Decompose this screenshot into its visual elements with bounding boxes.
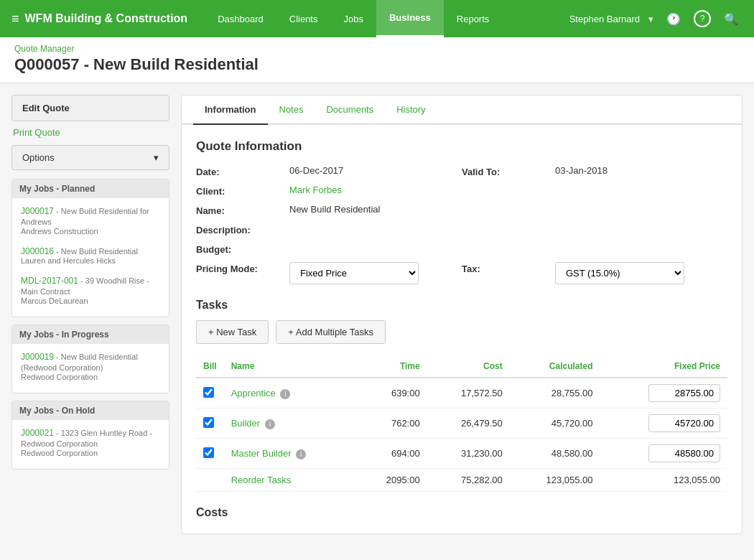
name-cell-2: Builder i — [224, 409, 356, 439]
tax-select[interactable]: GST (15.0%) No Tax — [555, 262, 684, 284]
nav-business[interactable]: Business — [376, 0, 444, 37]
search-icon[interactable]: 🔍 — [720, 8, 743, 30]
reorder-row: Reorder Tasks 2095:00 75,282.00 123,055.… — [196, 469, 727, 492]
history-icon[interactable]: 🕐 — [662, 8, 685, 30]
description-row: Description: — [196, 223, 727, 235]
nav-dashboard[interactable]: Dashboard — [205, 0, 276, 37]
total-cost: 75,282.00 — [427, 469, 510, 492]
bill-cell-1 — [196, 378, 224, 409]
table-row: Master Builder i 694:00 31,230.00 48,580… — [196, 439, 727, 469]
info-icon-master-builder[interactable]: i — [296, 449, 306, 459]
job-client: Marcus DeLaurean — [21, 297, 160, 305]
client-value: Mark Forbes — [289, 185, 727, 195]
job-client: Lauren and Hercules Hicks — [21, 256, 160, 265]
date-row: Date: 06-Dec-2017 Valid To: 03-Jan-2018 — [196, 165, 727, 177]
info-icon-apprentice[interactable]: i — [280, 389, 290, 399]
col-cost: Cost — [427, 355, 510, 378]
task-link-master-builder[interactable]: Master Builder — [231, 448, 292, 459]
date-label: Date: — [196, 165, 289, 177]
budget-label: Budget: — [196, 243, 289, 255]
job-link-j000019[interactable]: J000019 — [21, 352, 54, 362]
list-item: J000019 - New Build Residential (Redwood… — [18, 348, 163, 388]
reorder-tasks-link[interactable]: Reorder Tasks — [231, 475, 292, 485]
valid-to-label: Valid To: — [462, 165, 555, 177]
fixed-price-cell-3 — [600, 439, 727, 469]
costs-title: Costs — [196, 506, 727, 519]
calculated-cell-1: 28,755.00 — [510, 378, 600, 409]
client-row: Client: Mark Forbes — [196, 185, 727, 197]
planned-body: J000017 - New Build Residential for Andr… — [12, 198, 169, 317]
job-link-j000017[interactable]: J000017 — [21, 206, 54, 216]
add-multiple-tasks-button[interactable]: + Add Multiple Tasks — [276, 320, 386, 344]
name-cell-3: Master Builder i — [224, 439, 356, 469]
job-link-mdl2017001[interactable]: MDL-2017-001 — [21, 276, 78, 286]
new-task-button[interactable]: + New Task — [196, 320, 269, 344]
job-link-j000021[interactable]: J000021 — [21, 428, 54, 438]
user-name[interactable]: Stephen Barnard — [569, 14, 640, 24]
on-hold-header: My Jobs - On Hold — [12, 401, 169, 420]
client-link[interactable]: Mark Forbes — [289, 185, 342, 195]
nav-links: Dashboard Clients Jobs Business Reports — [205, 0, 502, 37]
job-client: Redwood Corporation — [21, 449, 160, 457]
breadcrumb[interactable]: Quote Manager — [14, 44, 74, 54]
fixed-price-input-1[interactable] — [648, 384, 720, 402]
tab-information[interactable]: Information — [193, 95, 268, 125]
fixed-price-cell-1 — [600, 378, 727, 409]
fixed-price-input-2[interactable] — [648, 414, 720, 432]
tasks-section: Tasks + New Task + Add Multiple Tasks Bi… — [196, 299, 727, 492]
col-time: Time — [356, 355, 427, 378]
fixed-price-cell-2 — [600, 409, 727, 439]
chevron-down-icon[interactable]: ▾ — [648, 14, 653, 24]
pricing-mode-label: Pricing Mode: — [196, 262, 289, 274]
job-client: Andrews Construction — [21, 227, 160, 235]
planned-header: My Jobs - Planned — [12, 179, 169, 198]
brand-icon: ≡ — [11, 11, 19, 27]
task-link-builder[interactable]: Builder — [231, 418, 260, 429]
chevron-down-icon: ▾ — [154, 152, 159, 163]
options-button[interactable]: Options ▾ — [11, 145, 169, 170]
help-icon[interactable]: ? — [694, 10, 711, 27]
content-body: Quote Information Date: 06-Dec-2017 Vali… — [182, 125, 742, 533]
job-client: Redwood Corporation — [21, 373, 160, 381]
valid-to-value: 03-Jan-2018 — [555, 165, 727, 176]
description-label: Description: — [196, 223, 289, 235]
tasks-title: Tasks — [196, 299, 727, 312]
col-name: Name — [224, 355, 356, 378]
job-link-j000016[interactable]: J000016 — [21, 246, 54, 256]
brand-name: WFM Building & Construction — [25, 12, 188, 25]
time-cell-3: 694:00 — [356, 439, 427, 469]
nav-jobs[interactable]: Jobs — [331, 0, 376, 37]
name-row: Name: New Build Residential — [196, 204, 727, 216]
nav-reports[interactable]: Reports — [444, 0, 503, 37]
tab-documents[interactable]: Documents — [315, 95, 385, 125]
bill-cell-2 — [196, 409, 224, 439]
total-calculated: 123,055.00 — [510, 469, 600, 492]
list-item: J000021 - 1323 Glen Huntley Road - Redwo… — [18, 424, 163, 465]
tax-label: Tax: — [462, 262, 555, 274]
quote-info-title: Quote Information — [196, 139, 727, 154]
edit-quote-button[interactable]: Edit Quote — [11, 95, 169, 121]
tasks-table: Bill Name Time Cost Calculated Fixed Pri… — [196, 355, 727, 492]
pricing-mode-value: Fixed Price Time & Materials Cost Plus — [289, 262, 462, 284]
nav-right: Stephen Barnard ▾ 🕐 ? 🔍 — [569, 8, 743, 30]
nav-clients[interactable]: Clients — [276, 0, 331, 37]
on-hold-body: J000021 - 1323 Glen Huntley Road - Redwo… — [12, 420, 169, 469]
print-quote-link[interactable]: Print Quote — [11, 124, 169, 145]
pricing-mode-select[interactable]: Fixed Price Time & Materials Cost Plus — [289, 262, 419, 284]
fixed-price-input-3[interactable] — [648, 444, 720, 462]
bill-checkbox-1[interactable] — [203, 387, 214, 398]
tab-history[interactable]: History — [385, 95, 437, 125]
cost-cell-3: 31,230.00 — [427, 439, 510, 469]
budget-row: Budget: — [196, 243, 727, 255]
total-fixed-price: 123,055.00 — [600, 469, 727, 492]
bill-checkbox-2[interactable] — [203, 417, 214, 428]
tab-notes[interactable]: Notes — [268, 95, 315, 125]
tax-value: GST (15.0%) No Tax — [555, 262, 727, 284]
in-progress-header: My Jobs - In Progress — [12, 325, 169, 344]
sidebar: Edit Quote Print Quote Options ▾ My Jobs… — [11, 95, 169, 477]
name-value: New Build Residential — [289, 204, 727, 215]
info-icon-builder[interactable]: i — [265, 419, 275, 429]
page-title: Q000057 - New Build Residential — [14, 55, 740, 74]
task-link-apprentice[interactable]: Apprentice — [231, 388, 276, 398]
bill-checkbox-3[interactable] — [203, 447, 214, 458]
